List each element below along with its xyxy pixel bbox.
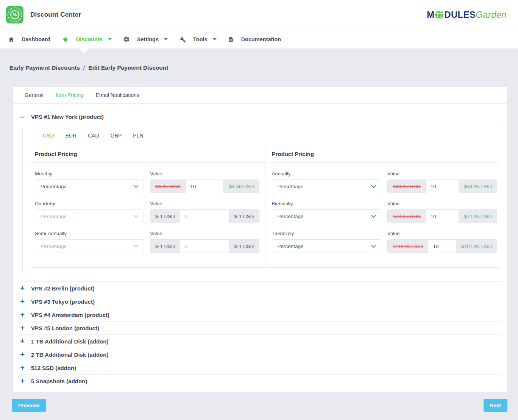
nav-item-settings[interactable]: Settings (117, 30, 173, 48)
page-title: Discount Center (30, 11, 81, 19)
pricing-row-semi-annually: Semi-Annually Percentage Value $-1 USD (35, 231, 259, 253)
section-row-vps4[interactable]: + VPS #4 Amsterdam (product) (17, 308, 502, 321)
tab-email-notifications[interactable]: Email Notifications (90, 87, 145, 103)
plus-icon[interactable]: + (19, 351, 25, 358)
chevron-down-icon (371, 185, 376, 188)
currency-tab-cad[interactable]: CAD (82, 127, 105, 144)
pricing-box: USD EUR CAD GBP PLN Product Pricing Mont… (31, 127, 500, 268)
discount-value-input[interactable] (186, 180, 223, 193)
nav-item-discounts[interactable]: Discounts (56, 30, 117, 48)
cycle-label: Triennially (272, 231, 382, 236)
value-label: Value (150, 231, 259, 236)
discount-value-input[interactable] (426, 180, 459, 193)
cycle-label: Biennially (272, 201, 382, 206)
chevron-down-icon (134, 185, 139, 188)
plus-icon[interactable]: + (19, 312, 25, 318)
section-row-vps3[interactable]: + VPS #3 Tokyo (product) (17, 295, 502, 308)
value-label: Value (387, 231, 497, 236)
new-price: $71.95 USD (459, 210, 497, 223)
next-button[interactable]: Next (484, 399, 507, 412)
plus-icon[interactable]: + (19, 298, 25, 304)
caret-down-icon (164, 38, 168, 40)
currency-tab-usd[interactable]: USD (37, 127, 60, 144)
discount-value-input[interactable] (180, 210, 229, 223)
chevron-down-icon (134, 215, 139, 218)
section-row-512-ssd[interactable]: + 512 SSD (addon) (17, 361, 502, 374)
cycle-label: Semi-Annually (35, 231, 144, 236)
currency-tab-bar: USD EUR CAD GBP PLN (31, 127, 500, 144)
plus-icon[interactable]: + (19, 285, 25, 291)
currency-tab-gbp[interactable]: GBP (105, 127, 128, 144)
old-price: $-1 USD (150, 240, 180, 253)
section-row-2tb-disk[interactable]: + 2 TB Additional Disk (addon) (17, 348, 502, 361)
star-icon (62, 36, 69, 43)
tab-item-pricing[interactable]: Item Pricing (50, 87, 90, 103)
minus-icon[interactable]: − (19, 114, 25, 120)
old-price: $119.95 USD (388, 240, 428, 253)
new-price: $-1 USD (229, 240, 259, 253)
section-title: VPS #1 New York (product) (31, 114, 104, 120)
tab-general[interactable]: General (19, 87, 50, 103)
breadcrumb-page: Edit Early Payment Discount (88, 64, 168, 71)
plus-icon[interactable]: + (19, 338, 25, 344)
app-header: % Discount Center M DULES Garden (0, 0, 518, 30)
cycle-label: Monthly (35, 171, 144, 176)
breadcrumb-separator: / (83, 64, 85, 71)
discount-type-select[interactable]: Percentage (272, 180, 382, 193)
value-label: Value (387, 171, 497, 176)
old-price: $49.95 USD (388, 180, 426, 193)
previous-button[interactable]: Previous (12, 399, 46, 412)
new-price: $-1 USD (229, 210, 259, 223)
logo-text-m: M (427, 10, 434, 19)
pricing-row-triennially: Triennially Percentage Value $119.95 USD (272, 231, 498, 253)
plus-icon[interactable]: + (19, 365, 25, 371)
breadcrumb-section[interactable]: Early Payment Discounts (9, 64, 80, 71)
discount-value-input[interactable] (426, 210, 459, 223)
pricing-column-left: Product Pricing Monthly Percentage Value (31, 144, 265, 267)
svg-text:%: % (13, 12, 17, 17)
value-input-group: $-1 USD $-1 USD (150, 239, 259, 253)
wrench-icon (179, 36, 186, 43)
discount-type-select: Percentage (35, 209, 144, 223)
discount-type-select[interactable]: Percentage (272, 239, 382, 253)
section-header-vps1[interactable]: − VPS #1 New York (product) (19, 114, 507, 120)
plus-icon[interactable]: + (19, 378, 25, 384)
nav-item-documentation[interactable]: Documentation (222, 30, 287, 48)
discount-center-app-icon: % (6, 6, 23, 23)
discount-value-input[interactable] (428, 240, 456, 253)
discount-type-select[interactable]: Percentage (35, 180, 144, 193)
gear-icon (123, 36, 130, 43)
discount-type-select[interactable]: Percentage (272, 209, 382, 223)
home-icon (8, 36, 14, 42)
collapsed-sections-list: + VPS #2 Berlin (product) + VPS #3 Tokyo… (17, 281, 502, 387)
section-row-1tb-disk[interactable]: + 1 TB Additional Disk (addon) (17, 334, 502, 348)
nav-item-label: Tools (193, 36, 208, 42)
currency-tab-pln[interactable]: PLN (127, 127, 149, 144)
pricing-column-right: Product Pricing Annually Percentage Valu… (265, 144, 500, 267)
cycle-label: Quarterly (35, 201, 144, 206)
nav-item-label: Dashboard (22, 36, 50, 42)
content-card: General Item Pricing Email Notifications… (12, 86, 507, 393)
chevron-down-icon (371, 245, 376, 248)
section-row-vps5[interactable]: + VPS #5 London (product) (17, 321, 502, 334)
old-price: $4.95 USD (150, 180, 186, 193)
new-price: $4.46 USD (223, 180, 259, 193)
nav-item-dashboard[interactable]: Dashboard (2, 30, 56, 48)
old-price: $79.95 USD (388, 210, 426, 223)
caret-down-icon (213, 38, 217, 40)
nav-item-label: Discounts (76, 36, 103, 42)
column-title: Product Pricing (31, 144, 265, 163)
currency-tab-eur[interactable]: EUR (60, 127, 83, 144)
section-row-vps2[interactable]: + VPS #2 Berlin (product) (17, 281, 502, 295)
discount-value-input[interactable] (180, 240, 229, 253)
nav-item-tools[interactable]: Tools (173, 30, 222, 48)
pricing-row-biennially: Biennially Percentage Value $79.95 USD (272, 201, 498, 223)
pricing-row-quarterly: Quarterly Percentage Value $-1 USD (35, 201, 259, 223)
new-price: $107.95 USD (456, 240, 497, 253)
active-nav-pointer (79, 48, 89, 53)
plus-icon[interactable]: + (19, 325, 25, 331)
footer-actions: Previous Next (12, 399, 507, 412)
modulesgarden-logo[interactable]: M DULES Garden (427, 10, 507, 19)
section-row-5-snapshots[interactable]: + 5 Snapshots (addon) (17, 374, 502, 387)
chevron-down-icon (371, 215, 376, 218)
